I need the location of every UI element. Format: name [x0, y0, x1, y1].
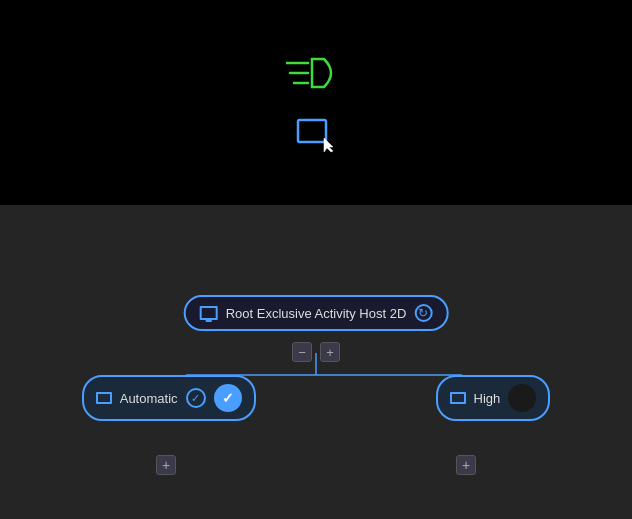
- high-node-label: High: [474, 391, 501, 406]
- node-area: Root Exclusive Activity Host 2D − + Auto…: [0, 205, 632, 519]
- minus-connector-button[interactable]: −: [292, 342, 312, 362]
- plus-connector-button[interactable]: +: [320, 342, 340, 362]
- children-row: Automatic High: [0, 375, 632, 421]
- auto-node-label: Automatic: [120, 391, 178, 406]
- high-node-circle-icon: [508, 384, 536, 412]
- root-node[interactable]: Root Exclusive Activity Host 2D: [184, 295, 449, 331]
- headlight-icon: [286, 55, 346, 99]
- svg-rect-3: [298, 120, 326, 142]
- root-node-label: Root Exclusive Activity Host 2D: [226, 306, 407, 321]
- high-node-plus-button[interactable]: +: [456, 455, 476, 475]
- monitor-preview-icon: [296, 118, 336, 160]
- svg-marker-4: [324, 138, 333, 152]
- auto-node-plus-button[interactable]: +: [156, 455, 176, 475]
- connector-row: − +: [292, 342, 340, 362]
- auto-node[interactable]: Automatic: [82, 375, 256, 421]
- main-content: Root Exclusive Activity Host 2D − + Auto…: [0, 205, 632, 519]
- high-node[interactable]: High: [436, 375, 551, 421]
- auto-node-check-filled-icon[interactable]: [214, 384, 242, 412]
- preview-area: [0, 0, 632, 205]
- auto-node-monitor-icon: [96, 392, 112, 404]
- root-node-monitor-icon: [200, 306, 218, 320]
- high-node-monitor-icon: [450, 392, 466, 404]
- auto-node-check-outline-icon[interactable]: [186, 388, 206, 408]
- root-node-refresh-icon[interactable]: [414, 304, 432, 322]
- plus-buttons-row: + +: [0, 455, 632, 475]
